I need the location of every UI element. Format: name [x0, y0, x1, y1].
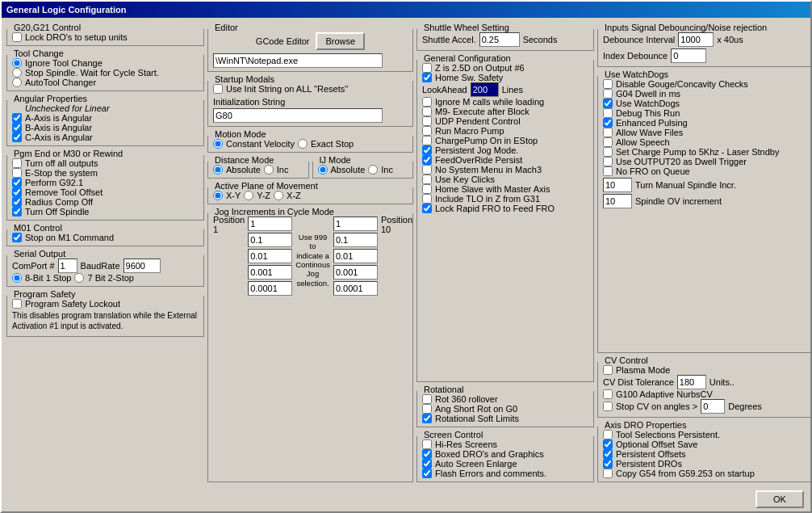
rotational-soft-limits-checkbox[interactable] — [422, 414, 432, 423]
remove-tool-offset-checkbox[interactable] — [12, 187, 22, 197]
home-sw-safety-checkbox[interactable] — [422, 73, 432, 82]
persistent-jog-checkbox[interactable] — [422, 145, 432, 155]
ang-short-rot-label[interactable]: Ang Short Rot on G0 — [422, 404, 588, 414]
perform-g921-checkbox[interactable] — [12, 178, 22, 187]
persistent-offsets-label[interactable]: Persistent Offsets — [603, 449, 810, 459]
index-debounce-input[interactable] — [671, 48, 706, 63]
stop-cv-input[interactable] — [701, 399, 725, 414]
auto-screen-enlarge-label[interactable]: Auto Screen Enlarge — [422, 459, 588, 469]
jog-pos10-input-2[interactable] — [333, 233, 378, 247]
lock-rapid-fro-label[interactable]: Lock Rapid FRO to Feed FRO — [422, 204, 588, 213]
allow-wave-files-checkbox[interactable] — [603, 128, 613, 137]
dist-absolute-label[interactable]: Absolute — [213, 165, 261, 175]
use-key-clicks-checkbox[interactable] — [422, 175, 432, 184]
stop-m1-checkbox[interactable] — [12, 233, 22, 242]
home-sw-safety-label[interactable]: Home Sw. Safety — [422, 73, 588, 82]
a-axis-label[interactable]: A-Axis is Angular — [12, 113, 199, 123]
include-tlo-label[interactable]: Include TLO in Z from G31 — [422, 194, 588, 204]
remove-tool-offset-label[interactable]: Remove Tool Offset — [12, 187, 199, 197]
plane-xy-radio[interactable] — [213, 191, 223, 200]
g100-adaptive-checkbox[interactable] — [603, 389, 613, 399]
use-watchdogs-label[interactable]: Use WatchDogs — [603, 99, 810, 108]
g04-dwell-label[interactable]: G04 Dwell in ms — [603, 89, 810, 99]
stop-spindle-label[interactable]: Stop Spindle. Wait for Cycle Start. — [12, 68, 199, 78]
jog-pos10-input-1[interactable] — [333, 217, 378, 231]
ang-short-rot-checkbox[interactable] — [422, 404, 432, 414]
dist-inc-radio[interactable] — [264, 165, 274, 175]
plane-yz-radio[interactable] — [244, 191, 253, 200]
radius-comp-off-checkbox[interactable] — [12, 197, 22, 207]
home-slave-master-label[interactable]: Home Slave with Master Axis — [422, 184, 588, 194]
rot-360-checkbox[interactable] — [422, 394, 432, 404]
g04-dwell-checkbox[interactable] — [603, 89, 613, 99]
set-charge-pump-checkbox[interactable] — [603, 147, 613, 157]
enhanced-pulsing-checkbox[interactable] — [603, 118, 613, 128]
z-25d-checkbox[interactable] — [422, 63, 432, 73]
a-axis-checkbox[interactable] — [12, 113, 22, 123]
baudrate-input[interactable] — [123, 259, 161, 273]
use-output20-checkbox[interactable] — [603, 157, 613, 166]
jog-pos1-input-3[interactable] — [248, 249, 292, 263]
no-system-menu-checkbox[interactable] — [422, 165, 432, 175]
use-init-string-checkbox[interactable] — [213, 84, 223, 94]
estop-label[interactable]: E-Stop the system — [12, 168, 199, 178]
dist-inc-label[interactable]: Inc — [264, 165, 289, 175]
no-system-menu-label[interactable]: No System Menu in Mach3 — [422, 165, 588, 175]
ij-inc-radio[interactable] — [368, 165, 378, 175]
persistent-dros-label[interactable]: Persistent DROs — [603, 459, 810, 469]
persistent-jog-label[interactable]: Persistent Jog Mode. — [422, 145, 588, 155]
optional-offset-save-label[interactable]: Optional Offset Save — [603, 439, 810, 449]
c-axis-checkbox[interactable] — [12, 132, 22, 142]
ij-inc-label[interactable]: Inc — [368, 165, 393, 175]
ignore-m-calls-checkbox[interactable] — [422, 97, 432, 107]
home-slave-master-checkbox[interactable] — [422, 184, 432, 194]
bit8-1stop-label[interactable]: 8-Bit 1 Stop — [12, 273, 71, 283]
debug-run-checkbox[interactable] — [603, 108, 613, 118]
b-axis-checkbox[interactable] — [12, 123, 22, 132]
copy-g54-label[interactable]: Copy G54 from G59.253 on startup — [603, 469, 810, 478]
feedoverride-persist-checkbox[interactable] — [422, 155, 432, 165]
exact-stop-label[interactable]: Exact Stop — [298, 139, 354, 149]
constant-velocity-label[interactable]: Constant Velocity — [213, 139, 295, 149]
persistent-offsets-checkbox[interactable] — [603, 449, 613, 459]
no-fro-queue-checkbox[interactable] — [603, 166, 613, 176]
plasma-mode-checkbox[interactable] — [603, 365, 613, 375]
m9-execute-label[interactable]: M9- Execute after Block — [422, 107, 588, 116]
optional-offset-save-checkbox[interactable] — [603, 439, 613, 449]
disable-gouge-label[interactable]: Disable Gouge/Concavity Checks — [603, 79, 810, 89]
bit8-1stop-radio[interactable] — [12, 273, 22, 283]
stop-cv-checkbox[interactable] — [603, 402, 613, 411]
tool-selections-persistent-checkbox[interactable] — [603, 430, 613, 439]
allow-speech-checkbox[interactable] — [603, 137, 613, 147]
no-fro-queue-label[interactable]: No FRO on Queue — [603, 166, 810, 176]
plane-xy-label[interactable]: X-Y — [213, 191, 241, 200]
constant-velocity-radio[interactable] — [213, 139, 223, 149]
b-axis-label[interactable]: B-Axis is Angular — [12, 123, 199, 132]
turn-off-spindle-checkbox[interactable] — [12, 207, 22, 217]
bit7-2stop-radio[interactable] — [74, 273, 84, 283]
c-axis-label[interactable]: C-Axis is Angular — [12, 132, 199, 142]
lock-dros-label[interactable]: Lock DRO's to setup units — [12, 32, 199, 42]
run-macro-pump-label[interactable]: Run Macro Pump — [422, 126, 588, 136]
chargepump-estop-label[interactable]: ChargePump On in EStop — [422, 136, 588, 145]
program-safety-lockout-checkbox[interactable] — [12, 299, 22, 309]
comport-input[interactable] — [58, 259, 77, 273]
jog-pos1-input-4[interactable] — [248, 265, 292, 280]
enhanced-pulsing-label[interactable]: Enhanced Pulsing — [603, 118, 810, 128]
stop-spindle-radio[interactable] — [12, 68, 22, 78]
spindle-ov-input[interactable] — [603, 194, 632, 208]
auto-tool-radio[interactable] — [12, 78, 22, 87]
debounce-interval-input[interactable] — [678, 32, 714, 47]
editor-path-input[interactable] — [213, 53, 383, 68]
jog-pos10-input-5[interactable] — [333, 281, 378, 296]
flash-errors-label[interactable]: Flash Errors and comments. — [422, 469, 588, 478]
estop-checkbox[interactable] — [12, 168, 22, 178]
jog-pos10-input-3[interactable] — [333, 249, 378, 263]
feedoverride-persist-label[interactable]: FeedOverRide Persist — [422, 155, 588, 165]
browse-button[interactable]: Browse — [316, 32, 365, 50]
persistent-dros-checkbox[interactable] — [603, 459, 613, 469]
jog-pos1-input-1[interactable] — [248, 217, 292, 231]
radius-comp-off-label[interactable]: Radius Comp Off — [12, 197, 199, 207]
jog-pos10-input-4[interactable] — [333, 265, 378, 280]
chargepump-estop-checkbox[interactable] — [422, 136, 432, 145]
